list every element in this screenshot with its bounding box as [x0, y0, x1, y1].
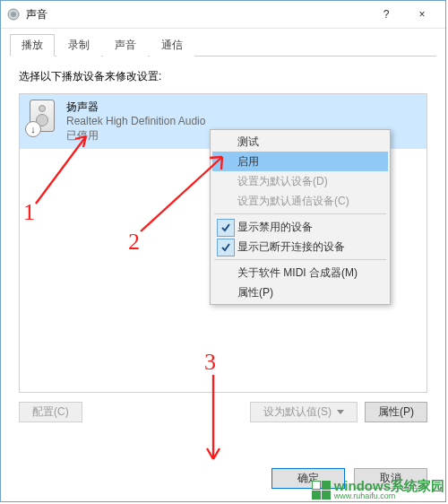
- menu-about-midi[interactable]: 关于软件 MIDI 合成器(M): [212, 263, 388, 282]
- menu-separator: [214, 259, 386, 260]
- menu-enable[interactable]: 启用: [212, 152, 388, 171]
- watermark: windows系统家园 www.ruhaifu.com: [312, 479, 444, 500]
- menu-show-disabled[interactable]: 显示禁用的设备: [212, 217, 388, 237]
- configure-button[interactable]: 配置(C): [19, 402, 82, 422]
- instruction-text: 选择以下播放设备来修改设置:: [19, 69, 427, 84]
- menu-show-disconnected[interactable]: 显示已断开连接的设备: [212, 237, 388, 256]
- menu-test[interactable]: 测试: [212, 132, 388, 152]
- tab-strip: 播放 录制 声音 通信: [1, 29, 445, 56]
- menu-separator: [214, 213, 386, 214]
- tab-sounds[interactable]: 声音: [103, 34, 148, 56]
- properties-button[interactable]: 属性(P): [365, 402, 427, 422]
- context-menu: 测试 启用 设置为默认设备(D) 设置为默认通信设备(C) 显示禁用的设备 显示…: [210, 129, 391, 305]
- window-title: 声音: [26, 7, 368, 22]
- tab-recording[interactable]: 录制: [56, 34, 101, 56]
- menu-set-default: 设置为默认设备(D): [212, 171, 388, 191]
- svg-point-1: [11, 12, 16, 17]
- set-default-button[interactable]: 设为默认值(S): [250, 402, 358, 422]
- sound-app-icon: [6, 7, 21, 22]
- device-status: 已停用: [66, 128, 205, 143]
- check-icon: [217, 219, 235, 237]
- device-name: 扬声器: [66, 100, 205, 114]
- tab-playback[interactable]: 播放: [10, 34, 55, 56]
- device-status-down-icon: ↓: [25, 121, 41, 137]
- watermark-text: windows系统家园: [334, 479, 444, 492]
- close-button[interactable]: ×: [404, 4, 440, 25]
- check-icon: [217, 239, 235, 256]
- speaker-icon: ↓: [27, 100, 57, 135]
- device-text: 扬声器 Realtek High Definition Audio 已停用: [66, 100, 205, 143]
- watermark-url: www.ruhaifu.com: [334, 492, 444, 500]
- help-button[interactable]: ?: [368, 4, 404, 25]
- device-desc: Realtek High Definition Audio: [66, 114, 205, 128]
- watermark-logo-icon: [312, 481, 331, 500]
- tab-communications[interactable]: 通信: [150, 34, 194, 56]
- menu-set-default-comm: 设置为默认通信设备(C): [212, 191, 388, 211]
- titlebar: 声音 ? ×: [1, 1, 445, 29]
- device-action-row: 配置(C) 设为默认值(S) 属性(P): [19, 402, 427, 422]
- menu-properties[interactable]: 属性(P): [212, 282, 388, 302]
